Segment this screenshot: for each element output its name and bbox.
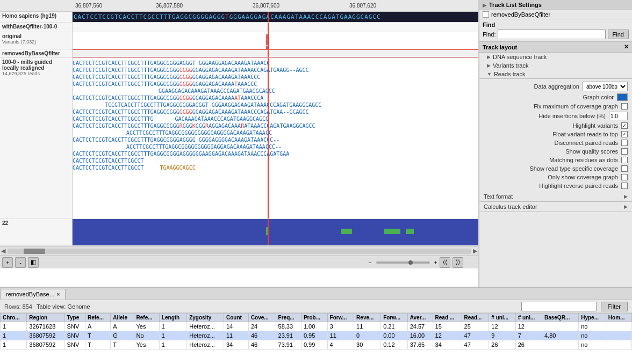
- read-line-16: CACTCCTCCGTCACCTTCGCCTTGAAGGCAGCC: [73, 164, 478, 171]
- cell-chro-2: 1: [1, 340, 27, 350]
- only-coverage-checkbox[interactable]: [621, 174, 628, 180]
- col-aver[interactable]: Aver...: [407, 314, 433, 322]
- show-quality-value: [621, 148, 628, 155]
- cell-reve-0: 11: [354, 322, 381, 331]
- cursor-line-2: [268, 23, 269, 32]
- scroll-left-icon[interactable]: ◀: [1, 247, 5, 254]
- text-format-item[interactable]: Text format ▶: [479, 192, 632, 202]
- hide-insertions-label: Hide insertions below (%): [484, 113, 606, 119]
- cell-reve-1: 0: [354, 331, 381, 340]
- zoom-in-icon[interactable]: +: [2, 257, 13, 268]
- col-forw2[interactable]: Forw...: [381, 314, 408, 322]
- table-row[interactable]: 1 36807592 SNV T T Yes 1 Heteroz... 34 4…: [1, 340, 632, 350]
- cell-cove-0: 24: [248, 322, 276, 331]
- col-refe1[interactable]: Refe...: [85, 314, 110, 322]
- table-row[interactable]: 1 36807592 SNV T G No 1 Heteroz... 11 46…: [1, 331, 632, 340]
- col-read2[interactable]: Read...: [462, 314, 489, 322]
- reads-track-item[interactable]: ▼ Reads track: [479, 70, 632, 78]
- cell-allele-0: A: [111, 322, 134, 331]
- col-region[interactable]: Region: [27, 314, 64, 322]
- removed-tab-close-icon[interactable]: ×: [56, 291, 60, 297]
- cell-refe2-2: Yes: [134, 340, 159, 350]
- fix-max-coverage-checkbox[interactable]: [621, 103, 628, 110]
- variants-track-item[interactable]: ▶ Variants track: [479, 61, 632, 70]
- cursor-line: [268, 12, 269, 22]
- highlight-reverse-value: [621, 183, 628, 189]
- highlight-reverse-checkbox[interactable]: [621, 183, 628, 189]
- scroll-thumb[interactable]: [24, 249, 45, 254]
- hide-insertions-input[interactable]: [609, 112, 628, 120]
- filter-button[interactable]: Filter: [601, 302, 628, 311]
- col-cove[interactable]: Cove...: [248, 314, 276, 322]
- calculus-track-item[interactable]: Calculus track editor ▶: [479, 202, 632, 212]
- graph-color-row: Graph color: [479, 92, 632, 102]
- removed-tab[interactable]: removedByBase... ×: [0, 289, 66, 300]
- coord-3: 36,807,600: [253, 3, 279, 9]
- find-input[interactable]: [498, 30, 605, 39]
- original-label-main: original: [2, 33, 70, 39]
- matching-dots-checkbox[interactable]: [621, 157, 628, 163]
- graph-color-swatch[interactable]: [617, 93, 628, 101]
- scroll-right-icon[interactable]: ▶: [473, 247, 477, 254]
- col-forw1[interactable]: Forw...: [327, 314, 354, 322]
- show-quality-row: Show quality scores: [479, 147, 632, 156]
- reads-sequences: CACTCCTCCGTCACCTTCGCCTTTGAGGCGGGGAGGGT G…: [73, 58, 478, 172]
- ref-track-content[interactable]: CACTCCTCCGTCACCTTCGCCTTTGAGGCGGGGAGGGTGG…: [73, 12, 478, 22]
- col-uni2[interactable]: # uni...: [515, 314, 542, 322]
- zoom-slider-thumb[interactable]: [408, 260, 413, 265]
- float-variant-checkbox[interactable]: [621, 131, 628, 137]
- highlight-reverse-row: Highlight reverse paired reads: [479, 181, 632, 190]
- zoom-out-icon[interactable]: -: [15, 257, 26, 268]
- show-quality-checkbox[interactable]: [621, 148, 628, 155]
- cell-reve-2: 30: [354, 340, 381, 350]
- dna-sequence-track-item[interactable]: ▶ DNA sequence track: [479, 53, 632, 61]
- read-line-5: GGAAGGAGACAAAGATAAACCCAGATGAAGGCAGCC: [73, 88, 478, 94]
- show-type-coverage-checkbox[interactable]: [621, 165, 628, 172]
- cell-forw2-2: 0.12: [381, 340, 408, 350]
- col-zygosity[interactable]: Zygosity: [187, 314, 224, 322]
- col-prob[interactable]: Prob...: [301, 314, 327, 322]
- cell-uni1-2: 26: [489, 340, 515, 350]
- scrollbar-row[interactable]: ◀ ▶: [0, 246, 478, 256]
- col-count[interactable]: Count: [224, 314, 248, 322]
- cell-forw2-0: 0.21: [381, 322, 408, 331]
- col-chro[interactable]: Chro...: [1, 314, 27, 322]
- col-refe2[interactable]: Refe...: [134, 314, 159, 322]
- back-icon[interactable]: ⟨⟨: [440, 257, 450, 268]
- disconnect-paired-checkbox[interactable]: [621, 140, 628, 146]
- table-row[interactable]: 1 32671628 SNV A A Yes 1 Heteroz... 14 2…: [1, 322, 632, 331]
- zoom-minus[interactable]: −: [368, 259, 371, 266]
- variants-track-label: Variants track: [493, 62, 528, 69]
- col-reve[interactable]: Reve...: [354, 314, 381, 322]
- cell-prob-0: 1.00: [301, 322, 327, 331]
- cell-forw1-2: 4: [327, 340, 354, 350]
- col-hom[interactable]: Hom...: [606, 314, 631, 322]
- scroll-track[interactable]: [8, 249, 471, 254]
- removed-checkbox[interactable]: [483, 11, 489, 18]
- col-length[interactable]: Length: [159, 314, 186, 322]
- reads-content[interactable]: CACTCCTCCGTCACCTTCGCCTTTGAGGCGGGGAGGGT G…: [73, 58, 478, 219]
- zoom-slider-track[interactable]: [376, 261, 430, 264]
- find-button[interactable]: Find: [608, 30, 629, 39]
- withbaseqfilter-track-row: withBaseQfilter-100-0: [0, 23, 478, 32]
- coverage-content[interactable]: [73, 219, 478, 245]
- col-baseqr[interactable]: BaseQR...: [542, 314, 578, 322]
- col-uni1[interactable]: # uni...: [489, 314, 515, 322]
- col-read1[interactable]: Read ...: [433, 314, 462, 322]
- col-allele[interactable]: Allele: [111, 314, 134, 322]
- col-hype[interactable]: Hype...: [579, 314, 606, 322]
- dna-sequence-label: DNA sequence track: [493, 54, 547, 60]
- highlight-variants-checkbox[interactable]: [621, 122, 628, 129]
- zoom-plus[interactable]: +: [434, 259, 437, 266]
- matching-dots-value: [621, 157, 628, 163]
- col-type[interactable]: Type: [64, 314, 85, 322]
- col-freq[interactable]: Freq...: [276, 314, 301, 322]
- select-icon[interactable]: ◧: [28, 257, 39, 268]
- highlight-variants-row: Highlight variants: [479, 121, 632, 130]
- data-aggregation-select[interactable]: above 100bp always never: [583, 82, 628, 91]
- ref-label: Homo sapiens (hg19): [2, 13, 70, 19]
- table-search-input[interactable]: [521, 302, 597, 311]
- forward-icon[interactable]: ⟩⟩: [453, 257, 463, 268]
- cell-aver-0: 24.57: [407, 322, 433, 331]
- cell-cove-2: 46: [248, 340, 276, 350]
